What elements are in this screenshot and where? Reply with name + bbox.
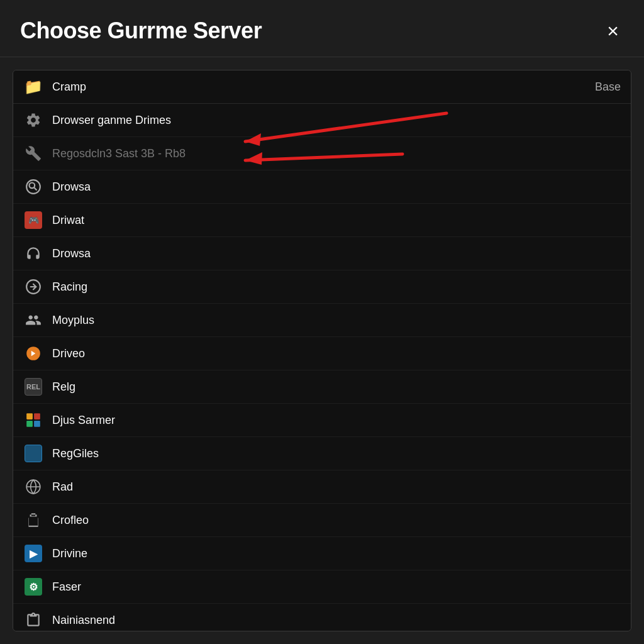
stacked-boxes-icon bbox=[23, 410, 43, 430]
list-header-row: 📁 Cramp Base bbox=[13, 70, 631, 104]
circle-arrow-icon bbox=[23, 277, 43, 297]
svg-rect-11 bbox=[26, 421, 33, 427]
item-label: Nainiasnend bbox=[52, 614, 115, 627]
item-label: RegGiles bbox=[52, 447, 99, 460]
list-item[interactable]: Drowsa bbox=[13, 237, 631, 270]
gear-icon bbox=[23, 110, 43, 130]
red-box-icon: 🎮 bbox=[23, 210, 43, 230]
item-label: Crofleo bbox=[52, 514, 89, 527]
clipboard-icon bbox=[23, 610, 43, 630]
item-label: Rad bbox=[52, 480, 73, 494]
list-item[interactable]: Rad bbox=[13, 470, 631, 504]
list-item[interactable]: 🎮 Driwat bbox=[13, 204, 631, 237]
item-label: Driwat bbox=[52, 214, 84, 227]
item-label: Faser bbox=[52, 580, 81, 594]
list-item[interactable]: Crofleo bbox=[13, 504, 631, 537]
item-label: Racing bbox=[52, 280, 87, 294]
bottle-icon bbox=[23, 510, 43, 530]
list-item[interactable]: ▶ Drivine bbox=[13, 537, 631, 570]
list-item[interactable]: ⚙ Faser bbox=[13, 570, 631, 604]
item-label: Djus Sarmer bbox=[52, 414, 115, 427]
svg-point-4 bbox=[26, 180, 40, 194]
item-label: Relg bbox=[52, 380, 75, 394]
headphone-icon bbox=[23, 243, 43, 264]
item-label: Drowsa bbox=[52, 180, 91, 194]
svg-line-6 bbox=[34, 187, 36, 190]
close-button[interactable]: × bbox=[602, 18, 624, 43]
server-list-container[interactable]: 📁 Cramp Base Drowser ganme Drimes Regosd… bbox=[13, 70, 631, 631]
list-item[interactable]: Moyplus bbox=[13, 304, 631, 337]
orange-circle-icon bbox=[23, 343, 43, 364]
list-item[interactable]: Drowsa bbox=[13, 170, 631, 204]
item-label-muted: Regosdcln3 Sast 3B - Rb8 bbox=[52, 147, 186, 160]
list-item[interactable]: Djus Sarmer bbox=[13, 404, 631, 437]
svg-rect-9 bbox=[26, 413, 33, 419]
list-item[interactable]: Nainiasnend bbox=[13, 604, 631, 631]
list-item[interactable]: Drowser ganme Drimes bbox=[13, 104, 631, 137]
header-name: Cramp bbox=[52, 80, 595, 94]
item-label: Moyplus bbox=[52, 314, 94, 327]
dialog-header: Choose Gurrme Server × bbox=[0, 0, 644, 57]
header-folder-icon: 📁 bbox=[23, 77, 43, 97]
globe-icon bbox=[23, 477, 43, 497]
item-label: Driveo bbox=[52, 347, 85, 360]
list-item[interactable]: RegGiles bbox=[13, 437, 631, 470]
dark-box-icon: REL bbox=[23, 377, 43, 397]
wrench-icon bbox=[23, 143, 43, 164]
list-item[interactable]: Racing bbox=[13, 270, 631, 304]
svg-rect-10 bbox=[34, 413, 40, 419]
people-icon bbox=[23, 310, 43, 330]
green-box-icon: ⚙ bbox=[23, 577, 43, 597]
svg-rect-12 bbox=[34, 421, 40, 427]
item-label: Drowsa bbox=[52, 247, 91, 260]
blue-arrow-box-icon: ▶ bbox=[23, 543, 43, 564]
svg-point-5 bbox=[30, 183, 35, 189]
list-item[interactable]: REL Relg bbox=[13, 370, 631, 404]
list-item[interactable]: Regosdcln3 Sast 3B - Rb8 bbox=[13, 137, 631, 170]
dialog-title: Choose Gurrme Server bbox=[20, 18, 262, 44]
choose-server-dialog: Choose Gurrme Server × 📁 Cramp Base Drow… bbox=[0, 0, 644, 644]
list-item[interactable]: Driveo bbox=[13, 337, 631, 370]
item-label: Drowser ganme Drimes bbox=[52, 114, 171, 127]
header-base-label: Base bbox=[595, 80, 621, 94]
search-circle-icon bbox=[23, 177, 43, 197]
blue-stripes-icon bbox=[23, 443, 43, 464]
item-label: Drivine bbox=[52, 547, 87, 560]
